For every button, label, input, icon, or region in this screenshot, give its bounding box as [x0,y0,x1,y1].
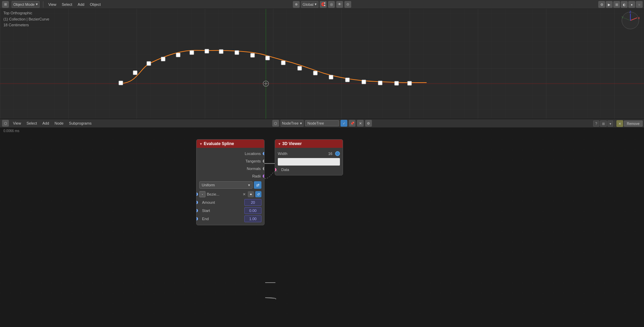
normals-output: Normals [197,165,264,172]
locations-output: Locations [197,150,264,157]
camera-settings-icon[interactable]: ⚙ [598,1,605,8]
start-socket[interactable] [196,209,198,212]
node-toolbar: ⬡ View Select Add Node Subprograms ⬡ Nod… [0,119,644,128]
bezie-input-socket[interactable] [196,193,198,196]
nodetree-dropdown[interactable]: NodeTree ▾ [280,120,304,127]
viewport-mode-icon[interactable]: ⊞ [613,1,620,8]
viewport-scale: 18 Centimeters [3,22,49,28]
amount-value[interactable]: 20 [244,199,261,206]
overlay-icon[interactable]: ⊙ [344,1,351,8]
bezier-label: Bezie... [207,192,240,196]
object-mode-label: Object Mode [13,2,34,6]
top-toolbar: ⊞ Object Mode ▾ View Select Add Object ⊕… [0,0,644,9]
nodetree-icon[interactable]: ⬡ [272,120,279,127]
evaluate-spline-title: Evaluate Spline [204,141,234,146]
axis-indicator: X Y Z [620,10,641,31]
nodetree-gear-icon[interactable]: ⚙ [365,120,372,127]
object-mode-dropdown[interactable]: Object Mode ▾ [12,1,40,8]
normals-socket[interactable] [263,167,264,170]
3d-viewer-node[interactable]: ▾ 3D Viewer Width 16 Data [275,139,343,175]
bezier-thumb: ▪ [199,191,205,197]
nodetree-verify-icon[interactable]: ✓ [341,120,347,127]
node-select-menu[interactable]: Select [25,120,39,127]
viewport-info: Top Orthographic (1) Collection | Bezier… [3,10,49,28]
object-menu[interactable]: Object [88,1,102,8]
refresh-btn[interactable]: ↺ [255,191,261,197]
shading-icon[interactable]: ◐ [621,1,628,8]
svg-text:X: X [638,16,640,20]
start-value[interactable]: 0.00 [244,207,261,214]
viewer-color-input[interactable] [278,158,340,166]
svg-rect-4 [119,81,123,85]
cursor-icon[interactable]: ⊕ [293,1,300,8]
node-editor[interactable]: ⬡ View Select Add Node Subprograms ⬡ Nod… [0,119,644,327]
header-arrow: ▾ [200,142,202,146]
bezier-close-btn[interactable]: ✕ [242,192,246,197]
amount-socket[interactable] [196,201,198,204]
separator-1 [43,1,43,8]
node-view-menu[interactable]: View [12,120,23,127]
swap-icon-btn[interactable]: ⇄ [254,181,261,189]
view-menu[interactable]: View [47,1,58,8]
shading-wire-icon[interactable]: ○ [636,1,643,8]
uniform-label: Uniform [202,183,215,187]
node-subprograms-menu[interactable]: Subprograms [68,120,93,127]
evaluate-spline-node[interactable]: ▾ Evaluate Spline Locations Tangents Nor… [196,139,264,225]
shading-solid-icon[interactable]: ● [628,1,635,8]
end-value[interactable]: 1.00 [244,215,261,222]
select-menu[interactable]: Select [60,1,74,8]
data-socket[interactable] [275,168,276,171]
node-question-btn[interactable]: ? [593,120,599,127]
amount-field: Amount 20 [197,198,264,207]
node-node-menu[interactable]: Node [53,120,65,127]
svg-rect-19 [345,78,349,82]
radii-socket[interactable] [263,174,264,178]
node-layers-btn[interactable]: ⊞ [600,120,607,127]
node-top-right-buttons: ? ⊞ ▾ ✕ Remove [593,119,644,128]
proportional-icon[interactable]: ◎ [328,1,335,8]
end-label: End [199,217,243,221]
nodetree-pin-icon[interactable]: 📌 [349,120,356,127]
node-overlay-btn[interactable]: ▾ [607,120,613,127]
render-icon[interactable]: ▶ [606,1,613,8]
end-socket[interactable] [196,217,198,221]
viewport-projection: Top Orthographic [3,10,49,16]
svg-rect-15 [281,61,285,65]
svg-rect-14 [266,56,270,60]
nodetree-x-icon[interactable]: ✕ [357,120,364,127]
data-label: Data [278,168,289,172]
svg-rect-10 [205,49,209,53]
uniform-dropdown[interactable]: Uniform ▾ [199,181,253,189]
svg-rect-13 [251,53,255,57]
add-menu[interactable]: Add [76,1,86,8]
svg-rect-7 [161,57,165,61]
node-editor-icon[interactable]: ⬡ [2,120,9,127]
nodetree-input[interactable] [305,120,339,126]
node-add-menu[interactable]: Add [41,120,51,127]
svg-rect-11 [219,49,223,54]
viewport-3d[interactable]: ⊞ Object Mode ▾ View Select Add Object ⊕… [0,0,644,119]
mode-icon[interactable]: ⊞ [2,1,9,8]
tangents-socket[interactable] [263,159,264,163]
snap-icon[interactable]: 🧲 [320,1,327,8]
dropdown-chevron: ▾ [248,183,250,187]
remove-button[interactable]: Remove [624,120,643,127]
end-field: End 1.00 [197,215,264,223]
vis-icon[interactable]: 👁 [336,1,343,8]
global-dropdown[interactable]: Global ▾ [301,1,319,8]
node-x-btn[interactable]: ✕ [616,120,623,127]
evaluate-spline-body: Locations Tangents Normals Radii Uniform… [197,148,264,225]
svg-rect-22 [395,81,399,85]
normals-label: Normals [247,167,261,171]
svg-rect-9 [190,51,194,55]
top-right-buttons: ⚙ ▶ ⊞ ◐ ● ○ [598,0,644,9]
center-toolbar: ⊕ Global ▾ 🧲 ◎ 👁 ⊙ [293,0,352,9]
eyedropper-btn[interactable]: ✦ [248,191,254,197]
locations-socket[interactable] [263,152,264,155]
3d-viewer-body: Width 16 Data [275,148,343,175]
axis-svg: X Y Z [620,10,641,31]
width-socket[interactable] [335,151,340,156]
tangents-label: Tangents [245,159,261,163]
svg-rect-6 [147,61,151,66]
viewer-header-arrow: ▾ [278,142,280,146]
